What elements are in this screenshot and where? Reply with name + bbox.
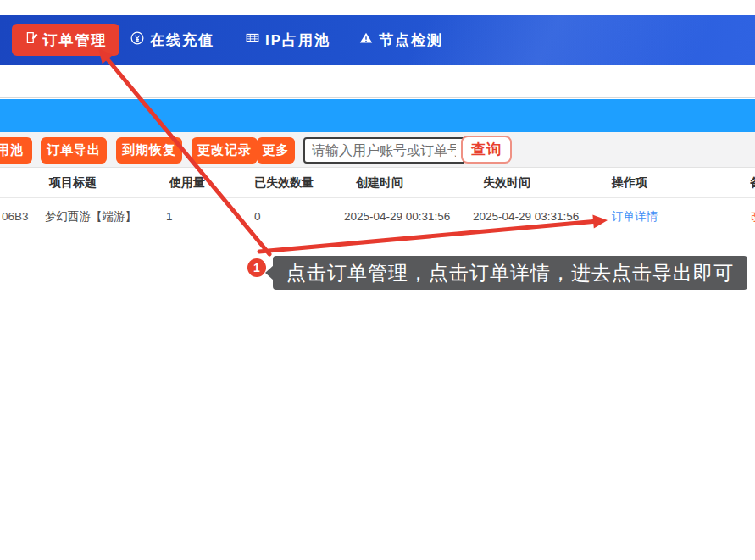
column-header-expired: 已失效数量 [254,168,314,197]
pool-button-clipped[interactable]: 用池 [0,137,32,164]
column-header-usage: 使用量 [169,168,205,197]
nav-item-node-check[interactable]: 节点检测 [358,15,443,65]
column-header-edge-fragment: 备 [750,168,755,197]
nav-item-label: 订单管理 [43,30,108,50]
expire-restore-button[interactable]: 到期恢复 [116,137,182,164]
app-window: 订单管理 在线充值 IP占用池 节点检测 用池 订单导出 到期恢复 更改记录 [0,0,755,560]
nav-item-label: 节点检测 [379,30,443,50]
column-header-expire-time: 失效时间 [483,168,530,197]
cell-created-time: 2025-04-29 00:31:56 [344,197,450,236]
top-navbar: 订单管理 在线充值 IP占用池 节点检测 [0,15,755,65]
nav-item-label: 在线充值 [150,30,214,50]
order-detail-link[interactable]: 订单详情 [612,197,658,236]
recharge-icon [130,30,145,50]
column-header-title: 项目标题 [49,168,97,197]
node-check-icon [358,30,374,50]
search-input[interactable] [303,137,464,164]
nav-item-ip-pool[interactable]: IP占用池 [245,15,330,65]
nav-item-label: IP占用池 [265,30,330,50]
instruction-text: 点击订单管理，点击订单详情，进去点击导出即可 [286,262,734,284]
ip-pool-icon [245,30,260,50]
instruction-tooltip: 点击订单管理，点击订单详情，进去点击导出即可 [273,256,747,290]
step-1-badge: 1 [247,258,266,277]
panel-divider [0,97,755,98]
order-export-button[interactable]: 订单导出 [41,137,107,164]
column-header-created: 创建时间 [356,168,403,197]
cell-order-id-fragment: 06B3 [2,197,29,236]
cell-usage: 1 [166,197,173,236]
nav-item-online-recharge[interactable]: 在线充值 [130,15,214,65]
table-toolbar: 用池 订单导出 到期恢复 更改记录 更多 查询 [0,132,755,168]
column-header-action: 操作项 [612,168,647,197]
change-record-button[interactable]: 更改记录 [192,137,258,164]
query-button[interactable]: 查询 [461,136,512,164]
cell-project-title: 梦幻西游【端游】 [45,197,136,236]
cell-edge-fragment: 改 [751,197,755,236]
table-header-row: 项目标题 使用量 已失效数量 创建时间 失效时间 操作项 备 [0,168,755,198]
more-button[interactable]: 更多 [257,137,295,164]
order-edit-icon [25,30,39,49]
table-row: 06B3 梦幻西游【端游】 1 0 2025-04-29 00:31:56 20… [0,197,755,236]
cell-expired-count: 0 [254,197,261,236]
tooltip-notch [265,265,274,280]
cell-expire-time: 2025-04-29 03:31:56 [473,197,579,236]
blue-banner [0,99,755,132]
nav-item-order-management[interactable]: 订单管理 [12,24,119,56]
